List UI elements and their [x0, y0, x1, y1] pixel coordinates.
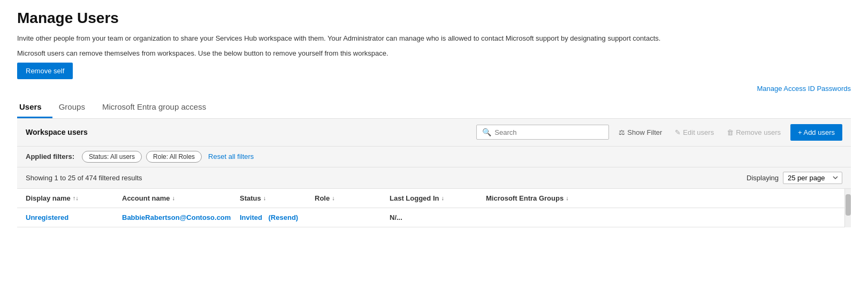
- applied-filters-label: Applied filters:: [26, 152, 74, 160]
- filters-bar: Applied filters: Status: All users Role:…: [17, 147, 851, 167]
- tab-microsoft-entra-group-access[interactable]: Microsoft Entra group access: [100, 97, 217, 118]
- scrollbar-thumb[interactable]: [846, 194, 851, 216]
- edit-users-button[interactable]: ✎ Edit users: [672, 126, 717, 139]
- per-page-select[interactable]: 25 per page 50 per page 100 per page: [783, 172, 842, 184]
- col-header-last-logged-in: Last Logged In ↓: [390, 194, 486, 202]
- tab-users[interactable]: Users: [17, 97, 52, 118]
- filter-icon: ⚖: [619, 128, 625, 136]
- show-filter-button[interactable]: ⚖ Show Filter: [615, 126, 665, 139]
- description-text: Invite other people from your team or or…: [17, 33, 851, 44]
- table-container: Display name ↑↓ Account name ↓ Status ↓ …: [17, 189, 851, 227]
- col-header-display-name: Display name ↑↓: [26, 194, 122, 202]
- cell-display-name[interactable]: Unregistered: [26, 213, 68, 221]
- add-users-button[interactable]: + Add users: [790, 124, 842, 141]
- workspace-users-bar: Workspace users 🔍 ⚖ Show Filter ✎ Edit u…: [17, 119, 851, 147]
- manage-access-link-row: Manage Access ID Passwords: [17, 85, 851, 93]
- remove-self-section: Microsoft users can remove themselves fr…: [17, 49, 851, 79]
- tab-groups[interactable]: Groups: [57, 97, 96, 118]
- sort-icon-entra-groups[interactable]: ↓: [566, 195, 569, 201]
- col-header-status: Status ↓: [240, 194, 315, 202]
- manage-access-id-passwords-link[interactable]: Manage Access ID Passwords: [757, 85, 851, 93]
- remove-self-text: Microsoft users can remove themselves fr…: [17, 49, 851, 57]
- col-header-role: Role ↓: [315, 194, 390, 202]
- search-input[interactable]: [494, 128, 603, 136]
- toolbar-right: 🔍 ⚖ Show Filter ✎ Edit users 🗑 Remove us…: [476, 124, 842, 141]
- sort-icon-role[interactable]: ↓: [332, 195, 335, 201]
- filter-tag-role[interactable]: Role: All Roles: [146, 151, 202, 163]
- cell-last-logged: N/...: [390, 213, 402, 221]
- search-box: 🔍: [476, 125, 609, 140]
- vertical-scrollbar[interactable]: [844, 189, 851, 227]
- sort-icon-last-logged-in[interactable]: ↓: [441, 195, 444, 201]
- displaying-section: Displaying 25 per page 50 per page 100 p…: [747, 172, 842, 184]
- page-container: Manage Users Invite other people from yo…: [0, 0, 868, 227]
- sort-icon-account-name[interactable]: ↓: [172, 195, 176, 201]
- table-row: Unregistered BabbieRabertson@Contoso.com…: [17, 208, 851, 227]
- cell-status-detail[interactable]: (Resend): [269, 213, 299, 221]
- col-header-account-name: Account name ↓: [122, 194, 240, 202]
- remove-self-button[interactable]: Remove self: [17, 63, 73, 79]
- reset-all-filters-link[interactable]: Reset all filters: [208, 152, 254, 160]
- results-bar: Showing 1 to 25 of 474 filtered results …: [17, 167, 851, 189]
- table-header-row: Display name ↑↓ Account name ↓ Status ↓ …: [17, 189, 851, 208]
- trash-icon: 🗑: [727, 128, 734, 136]
- col-header-entra-groups: Microsoft Entra Groups ↓: [486, 194, 604, 202]
- edit-icon: ✎: [675, 128, 681, 136]
- cell-account-name[interactable]: BabbieRabertson@Contoso.com: [122, 213, 231, 221]
- search-icon: 🔍: [482, 128, 491, 136]
- remove-users-button[interactable]: 🗑 Remove users: [724, 126, 784, 139]
- sort-icon-status[interactable]: ↓: [263, 195, 267, 201]
- displaying-label: Displaying: [747, 174, 779, 182]
- tabs-bar: Users Groups Microsoft Entra group acces…: [17, 97, 851, 119]
- sort-icon-display-name[interactable]: ↑↓: [73, 195, 79, 201]
- cell-status: Invited: [240, 213, 262, 221]
- filter-tag-status[interactable]: Status: All users: [82, 151, 142, 163]
- page-title: Manage Users: [17, 10, 851, 27]
- results-text: Showing 1 to 25 of 474 filtered results: [26, 174, 142, 182]
- workspace-users-label: Workspace users: [26, 128, 88, 136]
